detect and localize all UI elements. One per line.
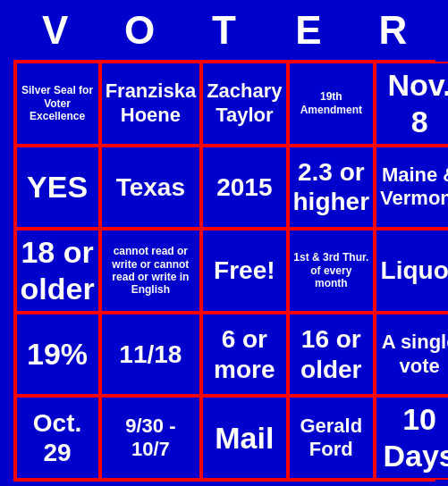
cell-11: cannot read or write or cannot read or w…: [100, 229, 202, 313]
cell-text-14: Liquor: [381, 256, 448, 286]
cell-text-9: Maine & Vermont: [380, 163, 448, 211]
cell-24: 10 Days: [375, 396, 448, 480]
cell-18: 16 or older: [288, 313, 376, 397]
cell-16: 11/18: [100, 313, 202, 397]
cell-text-2: Zachary Taylor: [207, 80, 282, 127]
header-o: O: [97, 4, 182, 56]
bingo-card: V O T E R Silver Seal for Voter Excellen…: [10, 1, 439, 485]
cell-text-17: 6 or more: [207, 324, 282, 384]
cell-text-22: Mail: [215, 420, 274, 457]
cell-text-4: Nov. 8: [380, 67, 448, 140]
cell-text-23: Gerald Ford: [293, 415, 370, 462]
cell-text-16: 11/18: [119, 339, 182, 370]
cell-text-3: 19th Amendment: [293, 90, 370, 116]
cell-6: Texas: [100, 146, 202, 230]
cell-5: YES: [15, 146, 100, 230]
header-row: V O T E R: [13, 4, 435, 56]
cell-20: Oct. 29: [15, 396, 100, 480]
cell-10: 18 or older: [15, 229, 100, 313]
cell-19: A single vote: [375, 313, 448, 397]
cell-1: Franziska Hoene: [100, 62, 202, 146]
cell-14: Liquor: [375, 229, 448, 313]
cell-text-19: A single vote: [380, 331, 448, 378]
header-v: V: [13, 4, 97, 56]
cell-0: Silver Seal for Voter Excellence: [15, 62, 100, 146]
cell-4: Nov. 8: [375, 62, 448, 146]
header-t: T: [182, 4, 266, 56]
cell-text-0: Silver Seal for Voter Excellence: [21, 84, 95, 122]
header-r: R: [351, 4, 435, 56]
cell-23: Gerald Ford: [288, 396, 376, 480]
cell-text-13: 1st & 3rd Thur. of every month: [293, 251, 370, 289]
cell-text-8: 2.3 or higher: [293, 157, 370, 217]
header-e: E: [266, 4, 351, 56]
cell-text-10: 18 or older: [21, 234, 95, 307]
cell-9: Maine & Vermont: [375, 146, 448, 230]
cell-15: 19%: [15, 313, 100, 397]
cell-8: 2.3 or higher: [288, 146, 376, 230]
cell-text-15: 19%: [27, 336, 88, 373]
cell-21: 9/30 - 10/7: [100, 396, 202, 480]
cell-text-7: 2015: [216, 172, 272, 203]
cell-text-6: Texas: [116, 172, 185, 203]
cell-text-21: 9/30 - 10/7: [106, 415, 197, 462]
cell-text-11: cannot read or write or cannot read or w…: [106, 245, 197, 297]
cell-12: Free!: [201, 229, 287, 313]
cell-text-5: YES: [27, 169, 88, 205]
cell-7: 2015: [201, 146, 287, 230]
cell-text-12: Free!: [214, 256, 275, 286]
cell-text-1: Franziska Hoene: [106, 80, 197, 127]
cell-text-20: Oct. 29: [21, 408, 95, 468]
cell-3: 19th Amendment: [288, 62, 376, 146]
cell-text-18: 16 or older: [293, 324, 370, 384]
cell-22: Mail: [201, 396, 287, 480]
cell-17: 6 or more: [201, 313, 287, 397]
cell-13: 1st & 3rd Thur. of every month: [288, 229, 376, 313]
cell-text-24: 10 Days: [380, 401, 448, 474]
bingo-grid: Silver Seal for Voter ExcellenceFranzisk…: [13, 60, 435, 482]
cell-2: Zachary Taylor: [201, 62, 287, 146]
